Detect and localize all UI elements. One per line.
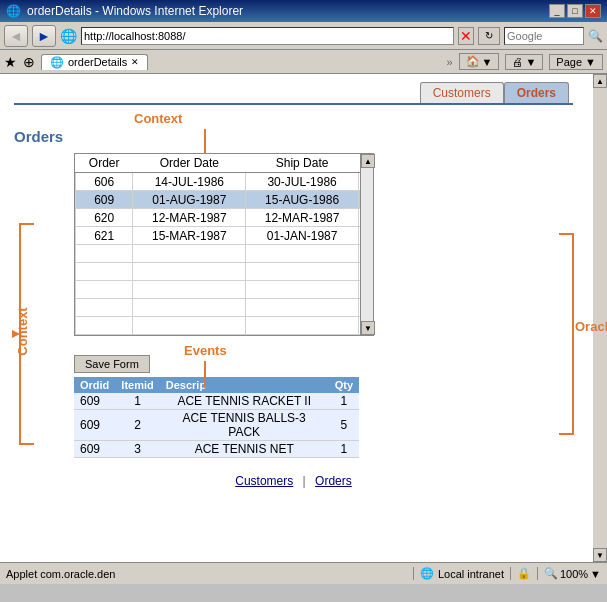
page-scroll-down[interactable]: ▼ bbox=[593, 548, 607, 562]
back-button[interactable]: ◄ bbox=[4, 25, 28, 47]
order-row-3[interactable]: 62115-MAR-198701-JAN-1987 bbox=[76, 227, 373, 245]
right-bracket-svg bbox=[551, 224, 587, 444]
svg-marker-4 bbox=[204, 381, 206, 389]
scroll-up-arrow[interactable]: ▲ bbox=[361, 154, 375, 168]
detail-cell-itemid-0: 1 bbox=[115, 393, 159, 410]
order-cell-ship_date-7 bbox=[246, 299, 359, 317]
order-row-5[interactable] bbox=[76, 263, 373, 281]
detail-table: Ordid Itemid Descrip Qty 6091ACE TENNIS … bbox=[74, 377, 359, 458]
close-button[interactable]: ✕ bbox=[585, 4, 601, 18]
order-cell-order-0: 606 bbox=[76, 173, 133, 191]
order-cell-order_date-7 bbox=[133, 299, 246, 317]
forward-button[interactable]: ► bbox=[32, 25, 56, 47]
zoom-icon: 🔍 bbox=[544, 567, 558, 580]
order-cell-ship_date-5 bbox=[246, 263, 359, 281]
detail-cell-ordid-1: 609 bbox=[74, 410, 115, 441]
order-cell-ship_date-2: 12-MAR-1987 bbox=[246, 209, 359, 227]
favorites-bar: ★ ⊕ 🌐 orderDetails ✕ » 🏠 ▼ 🖨 ▼ Page ▼ bbox=[0, 50, 607, 74]
page-scroll-up[interactable]: ▲ bbox=[593, 74, 607, 88]
security-icon: 🔒 bbox=[517, 567, 531, 580]
orders-table: Order Order Date Ship Date 60614-JUL-198… bbox=[75, 154, 373, 335]
oracle-forms-label: Oracle Forms bbox=[575, 319, 607, 334]
tab-label: orderDetails bbox=[68, 56, 127, 68]
title-text: 🌐 orderDetails - Windows Internet Explor… bbox=[6, 4, 243, 18]
footer-link-customers[interactable]: Customers bbox=[235, 474, 293, 488]
page-scrollbar[interactable]: ▲ ▼ bbox=[593, 74, 607, 562]
scroll-down-arrow[interactable]: ▼ bbox=[361, 321, 375, 335]
title-bar: 🌐 orderDetails - Windows Internet Explor… bbox=[0, 0, 607, 22]
order-cell-order-6 bbox=[76, 281, 133, 299]
status-bar: Applet com.oracle.den 🌐 Local intranet 🔒… bbox=[0, 562, 607, 584]
status-text: Applet com.oracle.den bbox=[6, 568, 407, 580]
order-cell-ship_date-1: 15-AUG-1986 bbox=[246, 191, 359, 209]
maximize-button[interactable]: □ bbox=[567, 4, 583, 18]
search-icon[interactable]: 🔍 bbox=[588, 29, 603, 43]
stop-button[interactable]: ✕ bbox=[458, 27, 474, 45]
detail-col-ordid: Ordid bbox=[74, 377, 115, 393]
status-security: 🔒 bbox=[510, 567, 531, 580]
tab-close-icon[interactable]: ✕ bbox=[131, 57, 139, 67]
scroll-thumb bbox=[361, 168, 373, 321]
search-input[interactable] bbox=[504, 27, 584, 45]
context-top-label: Context bbox=[134, 111, 182, 126]
page-button[interactable]: Page ▼ bbox=[549, 54, 603, 70]
col-order-date: Order Date bbox=[133, 154, 246, 173]
orders-table-container: Order Order Date Ship Date 60614-JUL-198… bbox=[14, 153, 374, 336]
tab-orders[interactable]: Orders bbox=[504, 82, 569, 103]
order-cell-order-5 bbox=[76, 263, 133, 281]
zoom-control[interactable]: 🔍 100% ▼ bbox=[537, 567, 601, 580]
save-form-button[interactable]: Save Form bbox=[74, 355, 150, 373]
orders-heading: Orders bbox=[14, 128, 573, 145]
events-label: Events bbox=[184, 343, 227, 358]
left-context-annotation: Context bbox=[6, 214, 42, 457]
order-row-6[interactable] bbox=[76, 281, 373, 299]
zoom-text: 100% bbox=[560, 568, 588, 580]
order-cell-order-1: 609 bbox=[76, 191, 133, 209]
print-icon: 🖨 bbox=[512, 56, 523, 68]
tab-customers[interactable]: Customers bbox=[420, 82, 504, 103]
minimize-button[interactable]: _ bbox=[549, 4, 565, 18]
order-cell-order_date-8 bbox=[133, 317, 246, 335]
page-body: Customers Orders Context Orders Order Or… bbox=[0, 74, 593, 562]
order-row-1[interactable]: 60901-AUG-198715-AUG-1986 bbox=[76, 191, 373, 209]
detail-row-2[interactable]: 6093ACE TENNIS NET1 bbox=[74, 441, 359, 458]
order-row-4[interactable] bbox=[76, 245, 373, 263]
detail-cell-descrip-0: ACE TENNIS RACKET II bbox=[160, 393, 329, 410]
detail-row-0[interactable]: 6091ACE TENNIS RACKET II1 bbox=[74, 393, 359, 410]
print-dropdown-icon: ▼ bbox=[525, 56, 536, 68]
detail-row-1[interactable]: 6092ACE TENNIS BALLS-3 PACK5 bbox=[74, 410, 359, 441]
order-row-0[interactable]: 60614-JUL-198630-JUL-1986 bbox=[76, 173, 373, 191]
order-cell-order_date-6 bbox=[133, 281, 246, 299]
save-form-section: Save Form Events bbox=[14, 347, 573, 373]
refresh-button[interactable]: ↻ bbox=[478, 27, 500, 45]
orders-scrollbar[interactable]: ▲ ▼ bbox=[360, 153, 374, 336]
detail-col-descrip: Descrip bbox=[160, 377, 329, 393]
order-row-7[interactable] bbox=[76, 299, 373, 317]
page-label: Page ▼ bbox=[556, 56, 596, 68]
footer-link-orders[interactable]: Orders bbox=[315, 474, 352, 488]
order-cell-ship_date-4 bbox=[246, 245, 359, 263]
add-favorites-icon[interactable]: ⊕ bbox=[23, 54, 35, 70]
more-tabs-button[interactable]: » bbox=[446, 56, 452, 68]
address-input[interactable] bbox=[81, 27, 454, 45]
events-arrow bbox=[204, 361, 206, 389]
order-cell-order_date-5 bbox=[133, 263, 246, 281]
browser-icon: 🌐 bbox=[6, 4, 21, 18]
detail-cell-qty-2: 1 bbox=[329, 441, 359, 458]
detail-col-itemid: Itemid bbox=[115, 377, 159, 393]
order-row-2[interactable]: 62012-MAR-198712-MAR-1987 bbox=[76, 209, 373, 227]
order-cell-ship_date-0: 30-JUL-1986 bbox=[246, 173, 359, 191]
detail-cell-qty-0: 1 bbox=[329, 393, 359, 410]
tab-orderDetails[interactable]: 🌐 orderDetails ✕ bbox=[41, 54, 148, 70]
address-icon: 🌐 bbox=[60, 28, 77, 44]
print-button[interactable]: 🖨 ▼ bbox=[505, 54, 543, 70]
home-button[interactable]: 🏠 ▼ bbox=[459, 53, 500, 70]
order-cell-order_date-0: 14-JUL-1986 bbox=[133, 173, 246, 191]
order-cell-order_date-3: 15-MAR-1987 bbox=[133, 227, 246, 245]
tabs-row: Customers Orders bbox=[14, 82, 569, 103]
favorites-star-icon[interactable]: ★ bbox=[4, 54, 17, 70]
order-cell-order-3: 621 bbox=[76, 227, 133, 245]
detail-cell-qty-1: 5 bbox=[329, 410, 359, 441]
order-row-8[interactable] bbox=[76, 317, 373, 335]
detail-cell-itemid-1: 2 bbox=[115, 410, 159, 441]
